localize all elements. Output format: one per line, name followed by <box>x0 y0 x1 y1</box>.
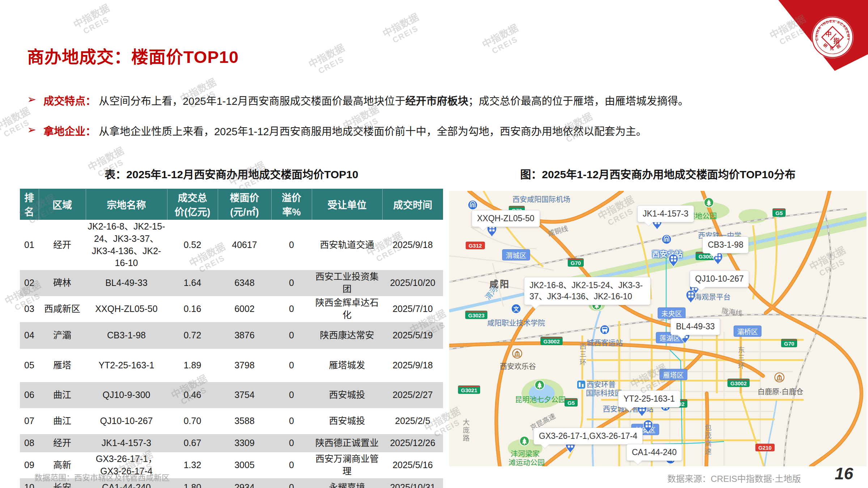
table-cell: 西安工业投资集团 <box>312 270 382 296</box>
table-cell: 西安城投 <box>312 408 382 434</box>
table-header-cell: 受让单位 <box>312 189 382 220</box>
table-cell: 0.70 <box>167 408 218 434</box>
table-cell: 西安轨道交通 <box>312 220 382 270</box>
park-icon <box>703 197 714 209</box>
china-index-academy-logo: CHINA INDEX ACADEMY 研 究 院 中 指 <box>812 16 854 58</box>
table-title: 表：2025年1-12月西安商办用地成交楼面均价TOP10 <box>20 166 443 181</box>
table-row: 07曲江QJ10-10-2670.7035880西安城投2025/2/5 <box>20 408 443 434</box>
road-number-badge: G312 <box>466 242 485 249</box>
park-icon <box>534 380 545 392</box>
table-cell: 3005 <box>218 452 271 478</box>
table-cell: 2025/9/18 <box>382 220 443 270</box>
map-poi-label: 东三环 <box>736 346 746 370</box>
watermark: 中指数据CREIS <box>768 14 812 49</box>
road-number-badge: G70 <box>568 258 584 267</box>
table-cell: 3754 <box>218 382 271 408</box>
bullet-land-buyers: ➢拿地企业：从拿地企业性质上来看，2025年1-12月西安商服用地成交楼面价前十… <box>27 123 852 138</box>
table-cell: 08 <box>20 434 39 452</box>
table-cell: 1.32 <box>167 452 218 478</box>
table-cell: 0 <box>271 270 312 296</box>
map-poi-label: 包茂高速 <box>703 424 712 456</box>
svg-text:CHINA INDEX ACADEMY: CHINA INDEX ACADEMY <box>814 19 850 41</box>
table-cell: 1.64 <box>167 270 218 296</box>
svg-text:文: 文 <box>513 306 519 312</box>
table-row: 01经开JK2-16-8、JK2-15-24、JK3-3-37、JK3-4-13… <box>20 220 443 270</box>
table-cell: 2025/5/16 <box>382 452 443 478</box>
map-poi-label: 城西客运站 <box>587 337 623 348</box>
xian-map: 西安咸阳国际机场咸阳渭河咸铜线咸阳职业技术学院西安北站浐灞国家湿地公园西安铁一中… <box>449 191 867 466</box>
road-number-badge: G70 <box>781 339 797 347</box>
parcel-callout: YT2-25-163-1 <box>618 390 680 407</box>
table-cell: 西咸新区 <box>39 296 86 322</box>
table-cell: 0 <box>271 349 312 382</box>
bank-icon <box>512 348 523 360</box>
table-row: 02碑林BL4-49-331.6463480西安工业投资集团2025/10/20 <box>20 270 443 296</box>
table-cell: 07 <box>20 408 39 434</box>
bullet-label: 拿地企业： <box>43 123 96 138</box>
table-cell: 永耀嘉境 <box>312 478 382 488</box>
table-cell: 2025/5/19 <box>382 322 443 349</box>
table-header-cell: 区域 <box>39 189 86 220</box>
map-poi-label: 海观景平台 <box>694 291 731 302</box>
parcel-callout: BL4-49-33 <box>671 318 720 335</box>
bank-icon <box>774 372 785 384</box>
land-parcel-pin-icon <box>643 420 654 436</box>
map-poi-label: 大庞路 <box>461 419 471 442</box>
road-number-badge: G5 <box>565 398 578 407</box>
land-parcel-pin-icon <box>668 254 679 270</box>
district-badge: 灞桥区 <box>733 326 761 337</box>
table-cell: JK2-16-8、JK2-15-24、JK3-3-37、JK3-4-136、JK… <box>86 220 167 270</box>
table-cell: 2025/2/27 <box>382 382 443 408</box>
svg-text:指: 指 <box>834 37 840 44</box>
map-title: 图：2025年1-12月西安商办用地成交楼面均价TOP10分布 <box>449 166 867 181</box>
table-row: 08经开JK1-4-157-30.6733090陕西德正诚置业2025/12/2… <box>20 434 443 452</box>
table-cell: 3876 <box>218 322 271 349</box>
metro-icon <box>661 234 672 246</box>
table-header-cell: 排 名 <box>20 189 39 220</box>
table-cell: 06 <box>20 382 39 408</box>
parcel-callout: JK1-4-157-3 <box>637 205 694 222</box>
table-cell: 04 <box>20 322 39 349</box>
bullet-arrow-icon: ➢ <box>27 93 36 106</box>
table-cell: 6002 <box>218 296 271 322</box>
table-cell: 02 <box>20 270 39 296</box>
table-row: 06曲江QJ10-9-3000.4637540西安城投2025/2/27 <box>20 382 443 408</box>
parcel-callout: XXQH-ZL05-50 <box>472 210 540 227</box>
table-cell: 05 <box>20 349 39 382</box>
table-cell: 0.16 <box>167 296 218 322</box>
table-cell: 0 <box>271 452 312 478</box>
table-cell: 1.80 <box>167 478 218 488</box>
table-cell: QJ10-9-300 <box>86 382 167 408</box>
table-cell: 0 <box>271 478 312 488</box>
table-header-row: 排 名区域宗地名称成交总 价(亿元)楼面价 (元/㎡)溢价 率%受让单位成交时间 <box>20 189 443 220</box>
watermark: 中指数据CREIS <box>481 23 524 58</box>
bullet-text: 从拿地企业性质上来看，2025年1-12月西安商服用地成交楼面价前十中，全部为勾… <box>99 123 647 138</box>
table-cell: 3588 <box>218 408 271 434</box>
table-cell: 浐灞 <box>39 322 86 349</box>
table-cell: XXQH-ZL05-50 <box>86 296 167 322</box>
table-header-cell: 成交总 价(亿元) <box>167 189 218 220</box>
table-header-cell: 溢价 率% <box>271 189 312 220</box>
bullet-label: 成交特点： <box>43 93 96 108</box>
table-cell: 经开 <box>39 220 86 270</box>
table-cell: QJ10-10-267 <box>86 408 167 434</box>
wen-icon: 文 <box>511 303 522 316</box>
table-cell: 6348 <box>218 270 271 296</box>
parcel-callout: GX3-26-17-1,GX3-26-17-4 <box>533 428 643 445</box>
watermark: 中指数据CREIS <box>381 12 425 47</box>
map-poi-label: 西安欢乐谷 <box>500 361 536 371</box>
table-header-cell: 成交时间 <box>382 189 443 220</box>
table-cell: 0 <box>271 322 312 349</box>
parcel-callout: QJ10-10-267 <box>690 270 749 287</box>
table-cell: 40617 <box>218 220 271 270</box>
bullet-text: 从空间分布上看，2025年1-12月西安商服成交楼面价最高地块位于经开市府板块；… <box>99 93 689 108</box>
bullet-transaction-features: ➢成交特点：从空间分布上看，2025年1-12月西安商服成交楼面价最高地块位于经… <box>27 93 852 108</box>
table-header-cell: 宗地名称 <box>86 189 167 220</box>
top10-table-wrapper: 排 名区域宗地名称成交总 价(亿元)楼面价 (元/㎡)溢价 率%受让单位成交时间… <box>20 189 443 488</box>
page-number: 16 <box>835 464 853 483</box>
table-cell: 0.67 <box>167 434 218 452</box>
table-cell: 碑林 <box>39 270 86 296</box>
table-cell: 01 <box>20 220 39 270</box>
parcel-callout: CA1-44-240 <box>626 444 682 461</box>
page-title: 商办地成交：楼面价TOP10 <box>27 43 239 68</box>
